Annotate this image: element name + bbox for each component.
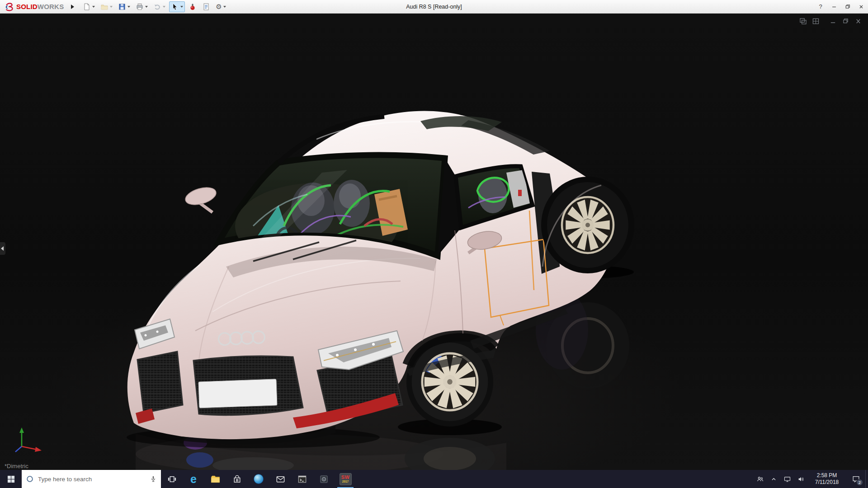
console-app-button[interactable] [291, 470, 313, 488]
collapse-arrow-icon [1, 246, 4, 251]
view-orientation-label: *Dimetric [5, 463, 28, 469]
folder-icon [210, 474, 221, 484]
windows-logo-icon [7, 475, 15, 483]
document-title: Audi R8 S [Read-only] [406, 0, 462, 14]
hidden-icons-button[interactable] [767, 470, 780, 488]
select-tool-button[interactable] [169, 1, 185, 12]
mail-icon [275, 474, 286, 484]
action-center-button[interactable]: 2 [846, 470, 865, 488]
dropdown-caret-icon[interactable] [92, 6, 95, 8]
viewport-split-button[interactable] [811, 17, 820, 25]
minimize-button[interactable] [827, 0, 841, 13]
start-button[interactable] [0, 470, 22, 488]
edge-icon: e [190, 474, 197, 485]
task-view-icon [167, 474, 177, 484]
dropdown-caret-icon[interactable] [110, 6, 113, 8]
left-mirror[interactable] [184, 184, 218, 212]
restore-button[interactable] [841, 0, 854, 13]
toolbar-expander-button[interactable] [68, 2, 76, 12]
screen: SOLIDWORKS [0, 0, 868, 488]
dropdown-caret-icon[interactable] [163, 6, 165, 8]
solidworks-app-button[interactable]: SW 2017 [335, 470, 356, 488]
speaker-icon [797, 475, 805, 483]
show-desktop-button[interactable] [865, 470, 868, 488]
graphics-viewport[interactable]: *Dimetric [0, 14, 868, 470]
network-button[interactable] [780, 470, 794, 488]
window-controls: ? [814, 0, 868, 13]
volume-button[interactable] [794, 470, 807, 488]
open-document-button[interactable] [99, 1, 114, 12]
quick-access-toolbar: ⚙ [81, 1, 227, 12]
search-input[interactable] [38, 476, 146, 483]
save-icon [118, 3, 126, 11]
doc-close-button[interactable] [854, 17, 863, 25]
file-properties-icon [202, 3, 210, 11]
orientation-triad [11, 421, 47, 457]
taskbar-spacer [356, 470, 753, 488]
close-button[interactable] [854, 0, 868, 13]
model-3d-render[interactable] [0, 14, 868, 470]
mail-button[interactable] [269, 470, 291, 488]
viewport-layout-button[interactable] [798, 17, 807, 25]
new-document-icon [83, 3, 91, 11]
people-icon [756, 475, 764, 483]
browser-app-button[interactable] [248, 470, 269, 488]
clock[interactable]: 2:58 PM 7/11/2018 [807, 470, 846, 488]
expand-arrow-icon [71, 5, 74, 9]
file-explorer-button[interactable] [204, 470, 226, 488]
rebuild-icon [189, 3, 197, 11]
notification-badge: 2 [856, 479, 863, 486]
select-cursor-icon [171, 3, 179, 11]
gear-icon: ⚙ [216, 3, 222, 11]
print-button[interactable] [134, 1, 150, 12]
store-icon [232, 474, 242, 484]
undo-icon [153, 3, 161, 11]
close-icon [858, 4, 864, 10]
left-air-intake[interactable] [137, 352, 183, 413]
task-view-button[interactable] [161, 470, 183, 488]
pinned-dark-app-button[interactable] [313, 470, 335, 488]
titlebar: SOLIDWORKS [0, 0, 868, 14]
taskbar: e [0, 470, 868, 488]
help-button[interactable]: ? [814, 0, 827, 13]
rebuild-button[interactable] [187, 1, 198, 12]
solidworks-app-icon: SW 2017 [340, 473, 352, 485]
microphone-icon[interactable] [149, 475, 157, 483]
dropdown-caret-icon[interactable] [223, 6, 226, 8]
dropdown-caret-icon[interactable] [127, 6, 130, 8]
cortana-icon [25, 474, 34, 483]
file-properties-button[interactable] [200, 1, 212, 12]
print-icon [136, 3, 144, 11]
console-icon [297, 474, 307, 484]
new-document-button[interactable] [81, 1, 97, 12]
round-app-icon [254, 474, 264, 484]
doc-restore-button[interactable] [841, 17, 850, 25]
open-folder-icon [100, 3, 108, 11]
network-icon [783, 475, 791, 483]
options-button[interactable]: ⚙ [214, 1, 227, 12]
clock-time: 2:58 PM [817, 472, 837, 479]
license-plate [198, 379, 277, 408]
clock-date: 7/11/2018 [815, 479, 839, 486]
chevron-up-icon [770, 475, 778, 483]
logo-text-solid: SOLID [16, 3, 38, 10]
dropdown-caret-icon[interactable] [180, 6, 183, 8]
solidworks-logo: SOLIDWORKS [0, 2, 66, 12]
doc-minimize-button[interactable] [828, 17, 837, 25]
undo-button[interactable] [151, 1, 167, 12]
restore-icon [844, 4, 851, 10]
document-window-controls [798, 17, 863, 25]
save-button[interactable] [116, 1, 132, 12]
edge-button[interactable]: e [183, 470, 204, 488]
people-button[interactable] [753, 470, 767, 488]
panel-collapse-tab[interactable] [0, 242, 5, 255]
minimize-icon [831, 4, 837, 10]
dark-app-icon [319, 474, 329, 484]
dropdown-caret-icon[interactable] [145, 6, 148, 8]
search-box[interactable] [22, 470, 161, 488]
3ds-logo-icon [5, 2, 14, 12]
store-button[interactable] [226, 470, 248, 488]
logo-text-works: WORKS [38, 3, 64, 10]
